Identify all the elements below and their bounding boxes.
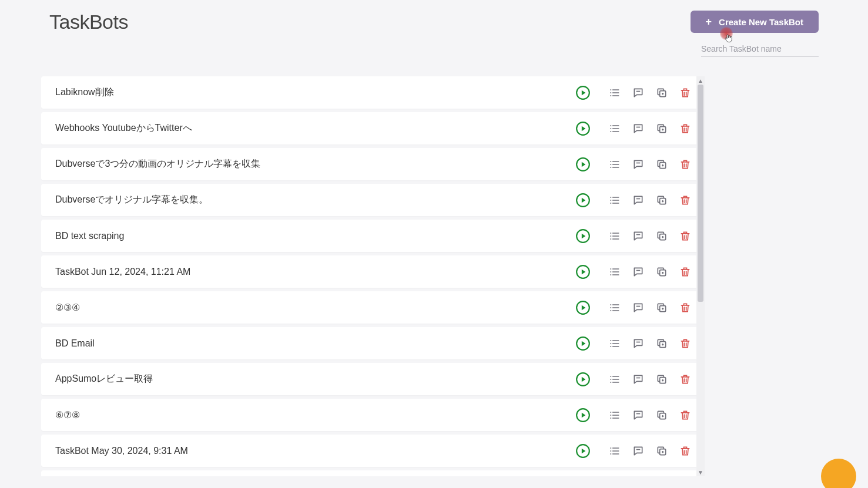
copy-icon[interactable]: [654, 443, 669, 459]
copy-icon[interactable]: [654, 157, 669, 172]
play-icon[interactable]: [575, 264, 591, 280]
list-icon[interactable]: [607, 408, 622, 423]
row-actions: [575, 193, 693, 208]
taskbot-name: Dubverseでオリジナル字幕を収集。: [55, 194, 575, 206]
copy-icon[interactable]: [654, 264, 669, 280]
svg-point-70: [610, 271, 611, 272]
chat-icon[interactable]: [631, 443, 646, 459]
copy-icon[interactable]: [654, 336, 669, 351]
play-icon[interactable]: [575, 443, 591, 459]
row-actions: [575, 121, 693, 136]
scroll-up-arrow[interactable]: ▲: [696, 76, 705, 85]
trash-icon[interactable]: [678, 443, 693, 459]
svg-point-71: [610, 274, 611, 275]
svg-point-17: [610, 125, 611, 126]
trash-icon[interactable]: [678, 300, 693, 315]
copy-icon[interactable]: [654, 121, 669, 136]
svg-point-30: [610, 161, 611, 162]
trash-icon[interactable]: [678, 372, 693, 387]
play-icon[interactable]: [575, 408, 591, 423]
list-icon[interactable]: [607, 336, 622, 351]
svg-point-84: [610, 310, 611, 311]
copy-icon[interactable]: [654, 300, 669, 315]
create-new-taskbot-button[interactable]: + Create New TaskBot: [691, 11, 819, 33]
svg-point-136: [610, 453, 611, 455]
taskbot-row[interactable]: TaskBot Jun 12, 2024, 11:21 AM: [41, 255, 703, 288]
copy-icon[interactable]: [654, 193, 669, 208]
trash-icon[interactable]: [678, 157, 693, 172]
copy-icon[interactable]: [654, 408, 669, 423]
svg-point-58: [610, 238, 611, 240]
scrollbar-thumb[interactable]: [698, 85, 703, 302]
trash-icon[interactable]: [678, 264, 693, 280]
chat-icon[interactable]: [631, 121, 646, 136]
svg-point-109: [610, 379, 611, 380]
play-icon[interactable]: [575, 157, 591, 172]
play-icon[interactable]: [575, 85, 591, 100]
list-icon[interactable]: [607, 193, 622, 208]
copy-icon[interactable]: [654, 85, 669, 100]
chat-icon[interactable]: [631, 157, 646, 172]
taskbot-row[interactable]: BD text scraping: [41, 220, 703, 252]
play-icon[interactable]: [575, 121, 591, 136]
list-scrollbar[interactable]: ▲ ▼: [696, 76, 705, 476]
list-icon[interactable]: [607, 228, 622, 244]
list-icon[interactable]: [607, 157, 622, 172]
list-icon[interactable]: [607, 121, 622, 136]
taskbot-row[interactable]: ⑥⑦⑧: [41, 399, 703, 431]
list-icon[interactable]: [607, 264, 622, 280]
list-icon[interactable]: [607, 85, 622, 100]
chat-icon[interactable]: [631, 336, 646, 351]
row-actions: [575, 408, 693, 423]
chat-icon[interactable]: [631, 372, 646, 387]
svg-point-19: [610, 131, 611, 132]
taskbot-row[interactable]: Dubverseでオリジナル字幕を収集。: [41, 184, 703, 216]
play-icon[interactable]: [575, 193, 591, 208]
help-fab[interactable]: [821, 459, 856, 488]
play-icon[interactable]: [575, 372, 591, 387]
play-icon[interactable]: [575, 300, 591, 315]
list-icon[interactable]: [607, 443, 622, 459]
svg-point-32: [610, 167, 611, 168]
trash-icon[interactable]: [678, 85, 693, 100]
copy-icon[interactable]: [654, 228, 669, 244]
search-field-wrap: [701, 43, 819, 57]
svg-point-18: [610, 128, 611, 129]
scroll-down-arrow[interactable]: ▼: [696, 468, 705, 476]
chat-icon[interactable]: [631, 228, 646, 244]
taskbot-row[interactable]: Labiknow削除: [41, 76, 703, 109]
list-icon[interactable]: [607, 300, 622, 315]
taskbot-row[interactable]: AppSumoレビュー取得: [41, 363, 703, 395]
chat-icon[interactable]: [631, 300, 646, 315]
trash-icon[interactable]: [678, 336, 693, 351]
chat-icon[interactable]: [631, 264, 646, 280]
trash-icon[interactable]: [678, 121, 693, 136]
list-icon[interactable]: [607, 372, 622, 387]
taskbot-name: ②③④: [55, 302, 575, 313]
play-icon[interactable]: [575, 228, 591, 244]
svg-point-135: [610, 450, 611, 452]
taskbot-row[interactable]: ②③④: [41, 291, 703, 324]
svg-point-31: [610, 164, 611, 165]
taskbot-name: Labiknow削除: [55, 86, 575, 99]
svg-point-121: [610, 412, 611, 413]
trash-icon[interactable]: [678, 228, 693, 244]
copy-icon[interactable]: [654, 372, 669, 387]
taskbot-row[interactable]: BD Email: [41, 327, 703, 359]
taskbot-name: BD Email: [55, 338, 575, 349]
taskbot-row[interactable]: TaskBot May 30, 2024, 9:31 AM: [41, 435, 703, 467]
svg-point-82: [610, 304, 611, 305]
trash-icon[interactable]: [678, 193, 693, 208]
taskbot-row[interactable]: PlurifyからPlurHox へと記事を公開する: [41, 470, 703, 476]
svg-point-69: [610, 268, 611, 270]
chat-icon[interactable]: [631, 408, 646, 423]
row-actions: [575, 336, 693, 351]
search-input[interactable]: [701, 44, 819, 53]
taskbot-row[interactable]: Dubverseで3つ分の動画のオリジナル字幕を収集: [41, 148, 703, 180]
play-icon[interactable]: [575, 336, 591, 351]
taskbot-name: AppSumoレビュー取得: [55, 373, 575, 385]
chat-icon[interactable]: [631, 193, 646, 208]
taskbot-row[interactable]: Webhooks YoutubeからTwitterへ: [41, 112, 703, 144]
chat-icon[interactable]: [631, 85, 646, 100]
trash-icon[interactable]: [678, 408, 693, 423]
